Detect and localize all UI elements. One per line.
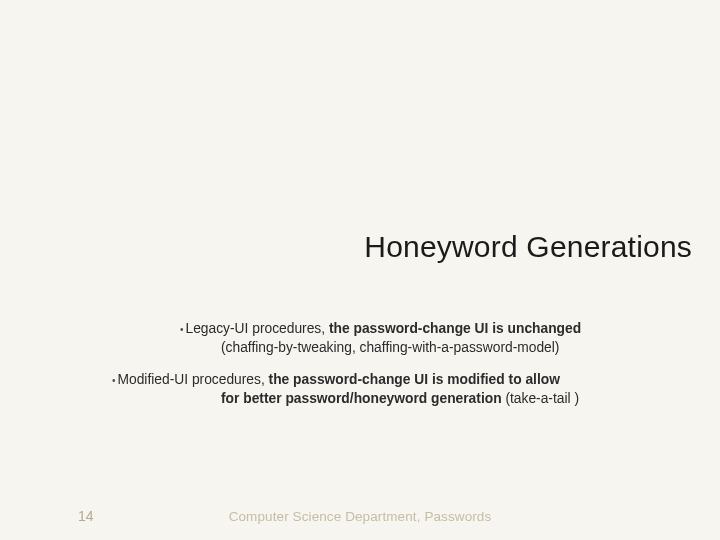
- bullet-item-1: •Legacy-UI procedures, the password-chan…: [180, 320, 692, 339]
- bullet-2-tail: (take-a-tail ): [505, 391, 579, 406]
- bullet-2-lead: Modified-UI procedures,: [118, 372, 269, 387]
- bullet-2-bold-line1: the password-change UI is modified to al…: [269, 372, 560, 387]
- slide: Honeyword Generations •Legacy-UI procedu…: [0, 0, 720, 540]
- bullet-1-subtext: (chaffing-by-tweaking, chaffing-with-a-p…: [221, 339, 692, 358]
- bullet-list: •Legacy-UI procedures, the password-chan…: [0, 320, 692, 409]
- bullet-1-bold: the password-change UI is unchanged: [329, 321, 581, 336]
- bullet-item-2: •Modified-UI procedures, the password-ch…: [112, 371, 692, 390]
- bullet-2-bold-line2: for better password/honeyword generation: [221, 391, 505, 406]
- footer-text: Computer Science Department, Passwords: [0, 509, 720, 524]
- bullet-2-line2: for better password/honeyword generation…: [221, 390, 692, 409]
- bullet-dot-icon: •: [112, 375, 116, 386]
- slide-title: Honeyword Generations: [0, 230, 692, 264]
- bullet-dot-icon: •: [180, 324, 184, 335]
- bullet-1-lead: Legacy-UI procedures,: [186, 321, 329, 336]
